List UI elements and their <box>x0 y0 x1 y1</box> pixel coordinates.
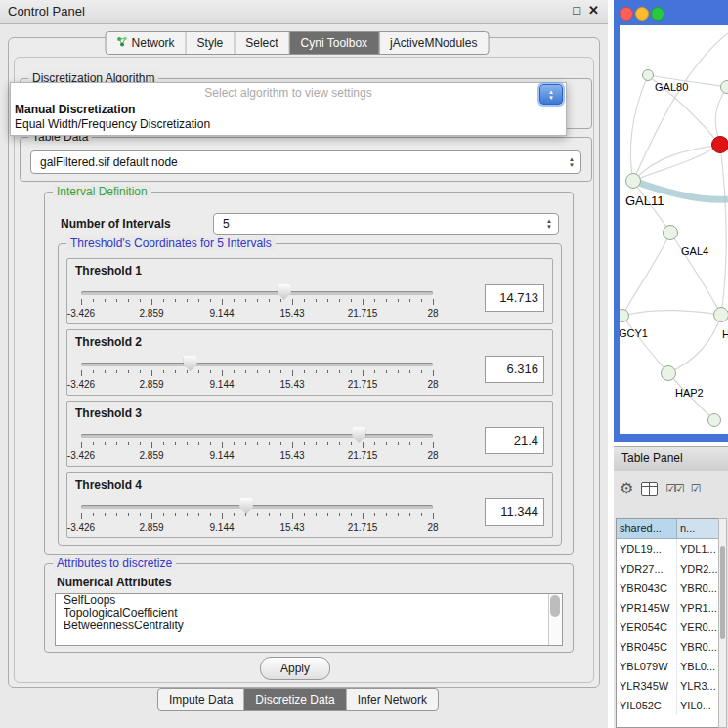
tick-mark <box>116 442 117 445</box>
table-row[interactable]: YPR145WYPR1... <box>617 598 719 618</box>
network-node[interactable] <box>661 365 676 381</box>
threshold-4-value-field[interactable]: 11.344 <box>485 498 544 526</box>
table-row[interactable]: YBR043CYBR0... <box>617 578 719 598</box>
table-row[interactable]: YLR345WYLR3... <box>617 676 719 696</box>
number-of-intervals-select[interactable]: 5 ▲▼ <box>213 213 559 235</box>
tab-select[interactable]: Select <box>235 32 289 54</box>
network-node[interactable] <box>707 413 721 427</box>
network-canvas[interactable]: GAL80GAL11GAL4GCY1HHAP2 <box>620 25 728 434</box>
table-cell-shared-name: YDL19... <box>617 539 677 559</box>
table-row[interactable]: YER054CYER0... <box>617 618 719 637</box>
mac-zoom-icon[interactable] <box>651 7 664 21</box>
threshold-4-slider[interactable]: -3.4262.8599.14415.4321.71528 <box>81 496 433 535</box>
slider-thumb[interactable] <box>239 498 253 514</box>
tick-mark <box>128 370 129 373</box>
algorithm-option-manual-discretization[interactable]: Manual Discretization <box>11 103 566 117</box>
tab-jactivemnodules[interactable]: jActiveMNodules <box>379 32 488 54</box>
tab-network[interactable]: Network <box>107 32 187 54</box>
slider-track[interactable] <box>81 434 433 438</box>
attribute-list-item[interactable]: BetweennessCentrality <box>56 620 562 632</box>
apply-button[interactable]: Apply <box>260 657 330 680</box>
algorithm-option-equal-width-frequency-discretization[interactable]: Equal Width/Frequency Discretization <box>11 117 566 132</box>
threshold-3-box: Threshold 3 -3.4262.8599.14415.4321.7152… <box>66 401 553 467</box>
algorithm-combo-button[interactable]: ▲ ▼ <box>539 84 563 105</box>
tick-mark <box>116 513 117 516</box>
network-node[interactable] <box>642 69 654 81</box>
tick-mark <box>198 442 199 445</box>
scale-label: 28 <box>427 379 438 390</box>
tab-label: Style <box>197 36 224 50</box>
network-node[interactable] <box>713 307 728 322</box>
tick-mark <box>421 442 422 445</box>
table-row[interactable]: YDL19...YDL1... <box>617 539 719 559</box>
tick-mark <box>304 370 305 373</box>
select-all-checkbox-icon[interactable]: ☑☑ <box>665 483 683 494</box>
scale-label: 2.859 <box>139 450 163 461</box>
table-row[interactable]: YBR045CYBR0... <box>617 637 719 657</box>
slider-ticks <box>81 442 433 449</box>
tab-infer-network[interactable]: Infer Network <box>347 689 438 710</box>
tab-label: jActiveMNodules <box>390 36 477 50</box>
scale-label: 28 <box>427 522 438 533</box>
slider-thumb[interactable] <box>184 356 197 371</box>
column-header-shared-name[interactable]: shared... <box>617 519 677 538</box>
tick-mark <box>163 442 164 445</box>
scrollbar-thumb[interactable] <box>550 595 560 617</box>
table-panel: ⚙ ☑☑ ☑ shared... n... YDL19...YDL1...YDR… <box>614 471 728 728</box>
tick-mark <box>116 370 117 373</box>
tick-mark <box>327 442 328 445</box>
network-node[interactable] <box>625 173 641 189</box>
thresholds-group-title: Threshold's Coordinates for 5 Intervals <box>66 236 276 250</box>
network-node-red[interactable] <box>711 136 728 153</box>
tab-cyni-toolbox[interactable]: Cyni Toolbox <box>290 32 379 54</box>
tab-impute-data[interactable]: Impute Data <box>158 689 244 710</box>
slider-track[interactable] <box>81 291 433 295</box>
checkbox-icon[interactable]: ☑ <box>691 483 700 494</box>
threshold-3-slider[interactable]: -3.4262.8599.14415.4321.71528 <box>81 425 433 464</box>
slider-scale: -3.4262.8599.14415.4321.71528 <box>81 450 433 462</box>
threshold-2-slider[interactable]: -3.4262.8599.14415.4321.71528 <box>81 354 433 393</box>
tick-mark <box>363 299 364 305</box>
table-header-row: shared... n... <box>617 519 719 539</box>
tick-mark <box>421 299 422 302</box>
scale-label: -3.426 <box>67 379 95 390</box>
scale-label: -3.426 <box>67 450 95 461</box>
mac-close-icon[interactable] <box>620 7 633 21</box>
threshold-2-value-field[interactable]: 6.316 <box>485 356 544 383</box>
gear-icon[interactable]: ⚙ <box>620 481 633 496</box>
threshold-1-slider[interactable]: -3.4262.8599.14415.4321.71528 <box>81 282 433 321</box>
mac-minimize-icon[interactable] <box>635 7 649 21</box>
tick-mark <box>116 299 117 302</box>
tick-mark <box>140 513 141 516</box>
scrollbar-thumb[interactable] <box>720 546 725 639</box>
slider-track[interactable] <box>81 363 433 366</box>
scale-label: 15.43 <box>279 308 304 319</box>
tab-style[interactable]: Style <box>187 32 236 54</box>
column-header-name[interactable]: n... <box>677 519 719 538</box>
tick-mark <box>198 299 199 302</box>
attributes-scrollbar[interactable] <box>548 594 562 645</box>
table-row[interactable]: YDR27...YDR2... <box>617 559 719 578</box>
threshold-1-value-field[interactable]: 14.713 <box>485 284 544 312</box>
tab-discretize-data[interactable]: Discretize Data <box>244 689 346 710</box>
close-icon[interactable]: ✕ <box>588 3 599 18</box>
tick-mark <box>398 370 399 373</box>
tick-mark <box>433 442 434 448</box>
tick-mark <box>269 370 270 373</box>
table-scrollbar[interactable] <box>718 518 727 728</box>
numerical-attributes-label: Numerical Attributes <box>57 576 172 589</box>
slider-thumb[interactable] <box>352 427 365 443</box>
network-node[interactable] <box>720 80 728 94</box>
threshold-3-value-field[interactable]: 21.4 <box>485 427 544 454</box>
slider-track[interactable] <box>81 505 433 509</box>
table-row[interactable]: YBL079WYBL0... <box>617 657 719 676</box>
network-node-label: GCY1 <box>620 327 648 339</box>
tick-mark <box>163 513 164 516</box>
table-row[interactable]: YIL052CYIL0... <box>617 696 719 715</box>
table-data-select[interactable]: galFiltered.sif default node ▲▼ <box>30 150 581 174</box>
tick-mark <box>234 442 235 445</box>
network-node[interactable] <box>663 225 678 240</box>
float-window-icon[interactable]: □ <box>573 3 580 18</box>
table-columns-icon[interactable] <box>641 482 658 496</box>
slider-thumb[interactable] <box>278 284 291 300</box>
